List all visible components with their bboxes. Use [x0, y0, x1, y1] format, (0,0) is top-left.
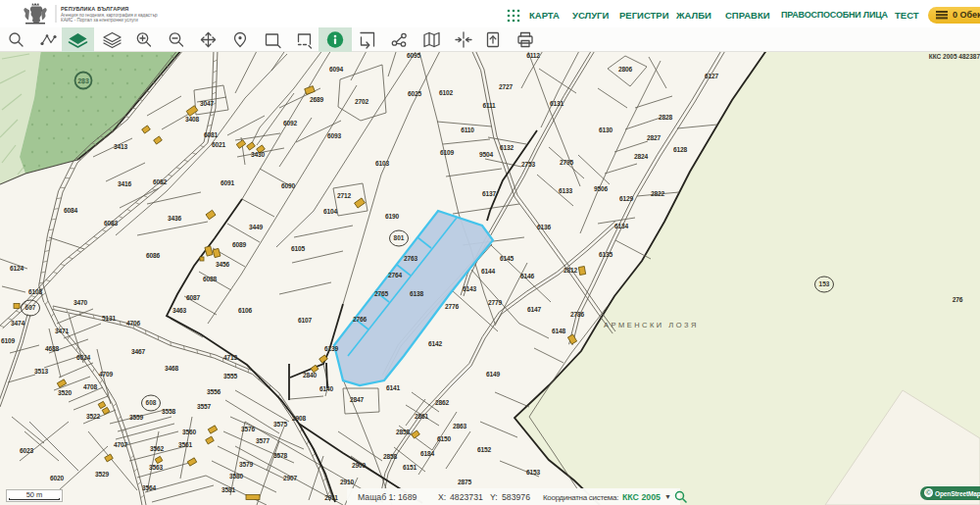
svg-text:3047: 3047 [200, 100, 214, 107]
svg-text:6086: 6086 [146, 252, 160, 259]
svg-text:2910: 2910 [340, 479, 354, 485]
svg-text:2822: 2822 [651, 190, 664, 197]
svg-text:6152: 6152 [477, 446, 491, 453]
svg-text:2702: 2702 [355, 98, 368, 105]
svg-text:6143: 6143 [463, 285, 476, 292]
svg-text:3413: 3413 [114, 143, 127, 150]
svg-text:6130: 6130 [599, 126, 612, 133]
svg-text:4713: 4713 [223, 354, 237, 361]
svg-text:5131: 5131 [102, 315, 116, 322]
svg-text:6109: 6109 [1, 337, 15, 344]
svg-text:2858: 2858 [396, 429, 410, 435]
svg-text:6145: 6145 [500, 255, 514, 262]
svg-text:6144: 6144 [481, 268, 495, 275]
svg-text:3561: 3561 [178, 441, 192, 448]
svg-text:2828: 2828 [659, 114, 672, 121]
svg-text:3581: 3581 [221, 486, 235, 493]
svg-text:3575: 3575 [273, 421, 287, 428]
svg-text:2763: 2763 [404, 255, 417, 262]
svg-text:6137: 6137 [482, 190, 496, 197]
svg-text:2712: 2712 [337, 192, 351, 199]
svg-text:3408: 3408 [185, 116, 199, 123]
svg-text:6106: 6106 [238, 307, 252, 314]
svg-text:6107: 6107 [298, 317, 312, 324]
svg-text:276: 276 [953, 296, 963, 303]
svg-text:3449: 3449 [249, 224, 263, 230]
svg-text:3513: 3513 [34, 368, 48, 375]
svg-text:3474: 3474 [11, 320, 24, 327]
svg-text:3557: 3557 [197, 403, 211, 410]
svg-text:6023: 6023 [20, 447, 33, 454]
svg-text:9504: 9504 [479, 151, 493, 158]
svg-text:3529: 3529 [95, 471, 109, 478]
svg-text:2858: 2858 [383, 453, 397, 460]
svg-text:6111: 6111 [482, 102, 496, 109]
svg-text:3470: 3470 [74, 299, 87, 306]
svg-text:3580: 3580 [229, 473, 243, 480]
svg-text:6093: 6093 [327, 132, 341, 139]
svg-text:9506: 9506 [594, 185, 608, 192]
svg-text:3416: 3416 [118, 180, 131, 187]
svg-text:2795: 2795 [560, 159, 573, 166]
svg-text:2862: 2862 [435, 399, 449, 406]
svg-text:6112: 6112 [526, 52, 540, 59]
svg-text:6025: 6025 [408, 90, 421, 97]
svg-text:6153: 6153 [526, 469, 540, 476]
svg-text:3577: 3577 [256, 437, 270, 444]
svg-text:2812: 2812 [564, 267, 577, 274]
svg-text:153: 153 [819, 280, 830, 287]
svg-text:3558: 3558 [162, 408, 175, 415]
svg-text:2689: 2689 [310, 96, 323, 103]
svg-text:6091: 6091 [220, 179, 234, 186]
svg-text:6105: 6105 [291, 245, 305, 252]
svg-text:3520: 3520 [58, 389, 72, 396]
svg-text:3463: 3463 [172, 307, 186, 314]
svg-text:6088: 6088 [203, 276, 217, 282]
svg-text:6084: 6084 [64, 207, 77, 214]
svg-text:801: 801 [394, 234, 405, 241]
svg-text:2824: 2824 [634, 153, 648, 160]
svg-text:6141: 6141 [386, 384, 400, 391]
svg-text:6131: 6131 [550, 100, 564, 107]
svg-text:6087: 6087 [186, 294, 200, 301]
svg-text:2786: 2786 [570, 311, 584, 318]
svg-text:3522: 3522 [86, 413, 100, 420]
svg-text:2875: 2875 [458, 479, 471, 485]
svg-text:2764: 2764 [388, 272, 402, 278]
svg-text:283: 283 [77, 77, 89, 84]
svg-text:6138: 6138 [410, 290, 423, 297]
svg-text:6184: 6184 [420, 450, 434, 457]
svg-text:6102: 6102 [439, 89, 453, 96]
svg-text:6151: 6151 [403, 464, 416, 471]
svg-text:2827: 2827 [647, 134, 661, 141]
svg-text:6020: 6020 [50, 475, 64, 481]
svg-text:6150: 6150 [437, 435, 451, 442]
svg-text:2911: 2911 [324, 494, 338, 501]
svg-text:6083: 6083 [104, 220, 118, 227]
svg-text:3436: 3436 [168, 215, 181, 222]
svg-text:4709: 4709 [99, 371, 113, 378]
svg-text:2863: 2863 [453, 423, 466, 429]
svg-text:6021: 6021 [212, 141, 225, 148]
svg-text:6147: 6147 [527, 306, 541, 313]
svg-text:6089: 6089 [232, 241, 246, 248]
svg-text:6124: 6124 [10, 265, 24, 272]
svg-text:3578: 3578 [273, 452, 287, 459]
svg-text:2847: 2847 [350, 396, 364, 403]
svg-text:6129: 6129 [619, 195, 633, 202]
svg-text:3556: 3556 [207, 388, 220, 395]
svg-text:6132: 6132 [500, 144, 514, 151]
svg-text:6134: 6134 [614, 223, 628, 229]
svg-text:2727: 2727 [499, 83, 513, 90]
svg-text:2908: 2908 [292, 415, 306, 422]
svg-text:608: 608 [146, 399, 157, 406]
svg-text:3563: 3563 [149, 464, 163, 471]
svg-text:2840: 2840 [303, 372, 317, 379]
svg-text:3576: 3576 [241, 426, 255, 432]
svg-text:2806: 2806 [618, 66, 632, 73]
svg-text:6128: 6128 [673, 146, 687, 153]
svg-text:2861: 2861 [415, 413, 428, 420]
svg-text:3456: 3456 [216, 261, 229, 268]
svg-text:2765: 2765 [374, 290, 388, 297]
svg-text:4688: 4688 [45, 345, 59, 352]
